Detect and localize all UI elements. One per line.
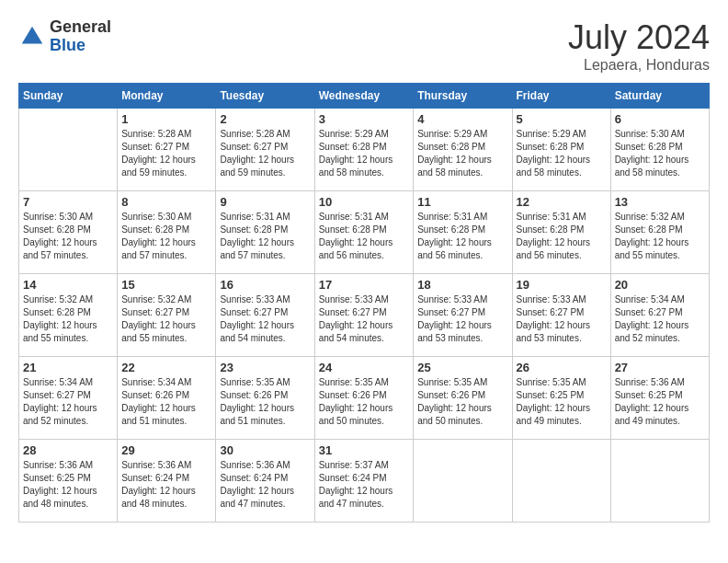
calendar-header-friday: Friday — [512, 84, 610, 109]
day-number: 27 — [615, 361, 705, 374]
day-number: 17 — [319, 278, 410, 292]
day-info: Sunrise: 5:35 AMSunset: 6:25 PMDaylight:… — [517, 376, 607, 428]
calendar-cell: 9Sunrise: 5:31 AMSunset: 6:28 PMDaylight… — [216, 191, 314, 274]
calendar-cell — [512, 440, 610, 523]
day-number: 31 — [319, 443, 410, 457]
calendar-cell: 19Sunrise: 5:33 AMSunset: 6:27 PMDayligh… — [512, 274, 610, 357]
calendar-cell: 21Sunrise: 5:34 AMSunset: 6:27 PMDayligh… — [19, 357, 118, 440]
day-info: Sunrise: 5:33 AMSunset: 6:27 PMDaylight:… — [220, 293, 310, 345]
day-number: 11 — [417, 195, 507, 209]
day-info: Sunrise: 5:29 AMSunset: 6:28 PMDaylight:… — [319, 128, 410, 179]
day-info: Sunrise: 5:35 AMSunset: 6:26 PMDaylight:… — [220, 376, 310, 428]
calendar-cell: 15Sunrise: 5:32 AMSunset: 6:27 PMDayligh… — [118, 274, 216, 357]
month-year-title: July 2024 — [568, 18, 710, 57]
day-info: Sunrise: 5:35 AMSunset: 6:26 PMDaylight:… — [319, 376, 410, 428]
day-info: Sunrise: 5:31 AMSunset: 6:28 PMDaylight:… — [220, 211, 310, 262]
day-info: Sunrise: 5:28 AMSunset: 6:27 PMDaylight:… — [220, 128, 310, 179]
day-info: Sunrise: 5:33 AMSunset: 6:27 PMDaylight:… — [319, 293, 410, 345]
day-number: 13 — [615, 195, 705, 209]
day-info: Sunrise: 5:36 AMSunset: 6:25 PMDaylight:… — [23, 459, 113, 511]
day-info: Sunrise: 5:34 AMSunset: 6:26 PMDaylight:… — [121, 376, 211, 428]
day-number: 3 — [319, 112, 410, 126]
day-number: 22 — [121, 361, 211, 374]
day-info: Sunrise: 5:32 AMSunset: 6:28 PMDaylight:… — [23, 293, 113, 345]
calendar-cell: 11Sunrise: 5:31 AMSunset: 6:28 PMDayligh… — [414, 191, 512, 274]
calendar-header-row: SundayMondayTuesdayWednesdayThursdayFrid… — [19, 84, 710, 109]
day-info: Sunrise: 5:32 AMSunset: 6:27 PMDaylight:… — [121, 293, 211, 345]
day-number: 8 — [121, 195, 211, 209]
calendar-cell — [19, 109, 118, 191]
day-info: Sunrise: 5:36 AMSunset: 6:24 PMDaylight:… — [220, 459, 310, 511]
calendar-cell: 5Sunrise: 5:29 AMSunset: 6:28 PMDaylight… — [512, 109, 610, 191]
day-info: Sunrise: 5:37 AMSunset: 6:24 PMDaylight:… — [319, 459, 410, 511]
calendar-cell: 25Sunrise: 5:35 AMSunset: 6:26 PMDayligh… — [414, 357, 512, 440]
calendar-cell: 6Sunrise: 5:30 AMSunset: 6:28 PMDaylight… — [610, 109, 709, 191]
calendar-header-saturday: Saturday — [610, 84, 709, 109]
svg-marker-0 — [22, 27, 43, 44]
day-info: Sunrise: 5:31 AMSunset: 6:28 PMDaylight:… — [517, 211, 607, 262]
day-number: 20 — [615, 278, 705, 292]
calendar-cell: 27Sunrise: 5:36 AMSunset: 6:25 PMDayligh… — [610, 357, 709, 440]
logo-icon — [18, 23, 46, 51]
day-info: Sunrise: 5:35 AMSunset: 6:26 PMDaylight:… — [417, 376, 507, 428]
day-number: 4 — [417, 112, 507, 126]
day-number: 26 — [517, 361, 607, 374]
calendar-cell: 31Sunrise: 5:37 AMSunset: 6:24 PMDayligh… — [314, 440, 414, 523]
calendar-cell: 17Sunrise: 5:33 AMSunset: 6:27 PMDayligh… — [314, 274, 414, 357]
calendar-cell: 24Sunrise: 5:35 AMSunset: 6:26 PMDayligh… — [314, 357, 414, 440]
calendar-week-row: 14Sunrise: 5:32 AMSunset: 6:28 PMDayligh… — [19, 274, 710, 357]
day-number: 16 — [220, 278, 310, 292]
day-number: 19 — [517, 278, 607, 292]
calendar-header-sunday: Sunday — [19, 84, 118, 109]
calendar-cell: 26Sunrise: 5:35 AMSunset: 6:25 PMDayligh… — [512, 357, 610, 440]
day-info: Sunrise: 5:34 AMSunset: 6:27 PMDaylight:… — [615, 293, 705, 345]
calendar-cell — [610, 440, 709, 523]
day-number: 9 — [220, 195, 310, 209]
day-info: Sunrise: 5:30 AMSunset: 6:28 PMDaylight:… — [23, 211, 113, 262]
day-number: 21 — [23, 361, 113, 374]
day-number: 15 — [121, 278, 211, 292]
day-number: 18 — [417, 278, 507, 292]
day-number: 6 — [615, 112, 705, 126]
day-number: 24 — [319, 361, 410, 374]
day-number: 29 — [121, 443, 211, 457]
day-info: Sunrise: 5:32 AMSunset: 6:28 PMDaylight:… — [615, 211, 705, 262]
day-number: 28 — [23, 443, 113, 457]
day-info: Sunrise: 5:30 AMSunset: 6:28 PMDaylight:… — [121, 211, 211, 262]
calendar-cell: 28Sunrise: 5:36 AMSunset: 6:25 PMDayligh… — [19, 440, 118, 523]
day-info: Sunrise: 5:28 AMSunset: 6:27 PMDaylight:… — [121, 128, 211, 179]
day-info: Sunrise: 5:33 AMSunset: 6:27 PMDaylight:… — [517, 293, 607, 345]
calendar-cell: 16Sunrise: 5:33 AMSunset: 6:27 PMDayligh… — [216, 274, 314, 357]
day-info: Sunrise: 5:29 AMSunset: 6:28 PMDaylight:… — [517, 128, 607, 179]
calendar-week-row: 28Sunrise: 5:36 AMSunset: 6:25 PMDayligh… — [19, 440, 710, 523]
day-info: Sunrise: 5:33 AMSunset: 6:27 PMDaylight:… — [417, 293, 507, 345]
logo-text: General Blue — [50, 18, 111, 55]
day-number: 23 — [220, 361, 310, 374]
calendar-cell: 18Sunrise: 5:33 AMSunset: 6:27 PMDayligh… — [414, 274, 512, 357]
day-number: 1 — [121, 112, 211, 126]
calendar-cell: 30Sunrise: 5:36 AMSunset: 6:24 PMDayligh… — [216, 440, 314, 523]
title-section: July 2024 Lepaera, Honduras — [568, 18, 710, 74]
calendar-cell: 22Sunrise: 5:34 AMSunset: 6:26 PMDayligh… — [118, 357, 216, 440]
calendar-cell: 3Sunrise: 5:29 AMSunset: 6:28 PMDaylight… — [314, 109, 414, 191]
day-info: Sunrise: 5:31 AMSunset: 6:28 PMDaylight:… — [417, 211, 507, 262]
calendar-cell: 4Sunrise: 5:29 AMSunset: 6:28 PMDaylight… — [414, 109, 512, 191]
day-number: 10 — [319, 195, 410, 209]
logo-blue: Blue — [50, 37, 111, 55]
calendar-cell: 12Sunrise: 5:31 AMSunset: 6:28 PMDayligh… — [512, 191, 610, 274]
calendar-table: SundayMondayTuesdayWednesdayThursdayFrid… — [18, 83, 710, 523]
logo: General Blue — [18, 18, 111, 55]
calendar-cell: 10Sunrise: 5:31 AMSunset: 6:28 PMDayligh… — [314, 191, 414, 274]
calendar-header-thursday: Thursday — [414, 84, 512, 109]
calendar-week-row: 21Sunrise: 5:34 AMSunset: 6:27 PMDayligh… — [19, 357, 710, 440]
calendar-cell: 23Sunrise: 5:35 AMSunset: 6:26 PMDayligh… — [216, 357, 314, 440]
day-info: Sunrise: 5:36 AMSunset: 6:24 PMDaylight:… — [121, 459, 211, 511]
calendar-cell: 1Sunrise: 5:28 AMSunset: 6:27 PMDaylight… — [118, 109, 216, 191]
location-subtitle: Lepaera, Honduras — [568, 57, 710, 74]
day-number: 25 — [417, 361, 507, 374]
calendar-cell — [414, 440, 512, 523]
calendar-cell: 8Sunrise: 5:30 AMSunset: 6:28 PMDaylight… — [118, 191, 216, 274]
day-number: 12 — [517, 195, 607, 209]
calendar-week-row: 7Sunrise: 5:30 AMSunset: 6:28 PMDaylight… — [19, 191, 710, 274]
calendar-header-tuesday: Tuesday — [216, 84, 314, 109]
